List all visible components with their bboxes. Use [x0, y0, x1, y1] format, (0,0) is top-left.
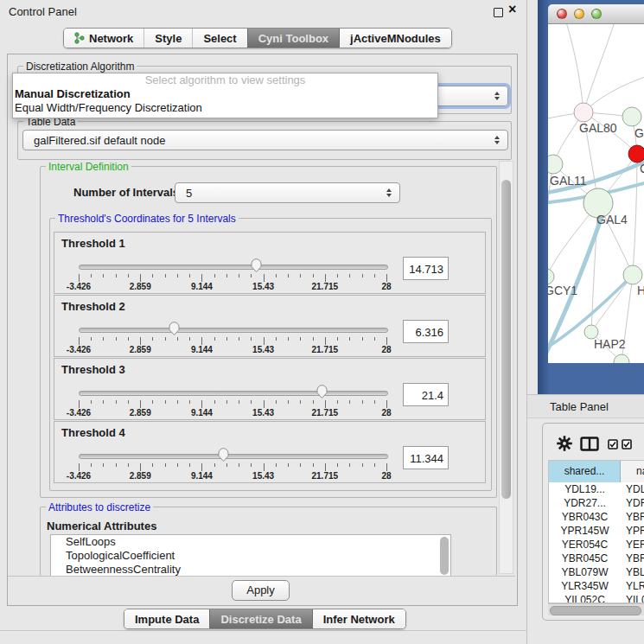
number-of-intervals-combo[interactable]: 5: [175, 182, 400, 203]
checkbox-icon[interactable]: [622, 439, 632, 450]
tab-label: Select: [203, 32, 236, 45]
slider-tick: [226, 400, 227, 404]
table-row[interactable]: YPR145WYPR1: [549, 524, 644, 538]
network-node-label: GAL4: [596, 213, 628, 226]
cell-shared-name: YDL19...: [549, 482, 621, 496]
table-data-combo[interactable]: galFiltered.sif default node: [22, 130, 508, 150]
close-icon[interactable]: ×: [508, 2, 516, 17]
dropdown-hint: Select algorithm to view settings: [13, 73, 437, 87]
slider-tick: [91, 337, 92, 341]
slider-tick: [140, 463, 141, 471]
slider-handle[interactable]: [168, 321, 181, 336]
slider-tick: [288, 463, 289, 467]
cell-shared-name: YBL079W: [549, 565, 621, 579]
slider-track[interactable]: [79, 328, 388, 333]
table-row[interactable]: YBR045CYBR0: [549, 552, 644, 565]
table-data-combo-value: galFiltered.sif default node: [34, 134, 165, 147]
slider-handle[interactable]: [250, 258, 263, 273]
gear-icon[interactable]: [557, 436, 572, 451]
network-node[interactable]: [622, 107, 641, 126]
network-node[interactable]: [548, 155, 563, 174]
column-header-shared[interactable]: shared...: [549, 461, 621, 482]
threshold-panel-4: Threshold 4-3.4262.8599.14415.4321.71528…: [54, 421, 486, 483]
slider-tick: [276, 274, 277, 277]
network-node[interactable]: [574, 103, 593, 122]
slider-track[interactable]: [79, 454, 388, 459]
number-of-intervals-label: Number of Intervals: [73, 186, 179, 199]
slider-tick-label: 21.715: [312, 345, 339, 354]
slider-tick: [152, 463, 153, 467]
slider-tick: [103, 400, 104, 404]
tab-cyni-toolbox[interactable]: Cyni Toolbox: [247, 29, 339, 48]
settings-vertical-scrollbar-thumb[interactable]: [501, 180, 511, 499]
table-row[interactable]: YER054CYER0: [549, 538, 644, 552]
attribute-item-betweennesscentrality[interactable]: BetweennessCentrality: [51, 563, 450, 577]
slider-track[interactable]: [79, 391, 388, 396]
table-row[interactable]: YDL19...YDL1: [549, 482, 644, 496]
split-columns-icon[interactable]: [580, 437, 599, 451]
slider-tick: [226, 337, 227, 341]
close-traffic-light-icon[interactable]: [557, 9, 567, 19]
zoom-traffic-light-icon[interactable]: [591, 9, 602, 19]
table-row[interactable]: YDR27...YDR2: [549, 496, 644, 510]
slider-tick: [214, 400, 215, 404]
control-panel-title: Control Panel: [9, 5, 77, 18]
attribute-item-topologicalcoefficient[interactable]: TopologicalCoefficient: [51, 549, 450, 563]
slider-tick: [226, 274, 227, 277]
tab-style[interactable]: Style: [143, 29, 192, 48]
network-node[interactable]: [614, 354, 629, 363]
slider-handle[interactable]: [316, 384, 328, 399]
tab-discretize-data[interactable]: Discretize Data: [209, 609, 311, 628]
table-row[interactable]: YLR345WYLR3: [549, 579, 644, 593]
combo-stepper-icon: [386, 188, 392, 197]
network-node[interactable]: [548, 269, 554, 284]
tab-select[interactable]: Select: [192, 29, 246, 48]
slider-tick: [288, 337, 289, 341]
dropdown-option-equal-width-frequency-discretization[interactable]: Equal Width/Frequency Discretization: [13, 101, 437, 115]
slider-tick: [276, 400, 277, 404]
group-title: Threshold's Coordinates for 5 Intervals: [55, 213, 239, 225]
tab-jactivemnodules[interactable]: jActiveMNodules: [339, 29, 451, 48]
slider-tick: [103, 274, 104, 277]
table-row[interactable]: YBR043CYBR0: [549, 510, 644, 524]
slider-tick: [177, 337, 178, 341]
table-row[interactable]: YIL052CYIL0: [549, 593, 644, 603]
tab-network[interactable]: Network: [64, 29, 143, 48]
slider-handle[interactable]: [217, 447, 230, 462]
network-node[interactable]: [623, 265, 642, 284]
table-row[interactable]: YBL079WYBL0: [549, 565, 644, 579]
slider-tick: [313, 274, 314, 277]
attribute-item-selfloops[interactable]: SelfLoops: [51, 535, 450, 549]
column-header-na[interactable]: na: [621, 461, 644, 482]
slider-tick: [239, 463, 239, 467]
slider-tick: [116, 463, 117, 467]
list-scrollbar-thumb[interactable]: [440, 537, 449, 575]
table-rows: YDL19...YDL1YDR27...YDR2YBR043CYBR0YPR14…: [549, 482, 644, 603]
dropdown-option-manual-discretization[interactable]: Manual Discretization: [13, 87, 437, 101]
slider-tick: [288, 274, 289, 277]
slider-tick: [165, 463, 166, 467]
minimize-traffic-light-icon[interactable]: [574, 9, 584, 19]
float-window-icon[interactable]: [494, 8, 503, 17]
tab-infer-network[interactable]: Infer Network: [312, 609, 405, 628]
slider-tick: [374, 463, 375, 467]
table-header-row: shared...na: [549, 461, 644, 482]
slider-tick: [386, 400, 387, 408]
slider-tick-label: 9.144: [191, 408, 213, 418]
tab-impute-data[interactable]: Impute Data: [124, 609, 209, 628]
cell-shared-name: YBR043C: [549, 510, 621, 524]
table-horizontal-scrollbar[interactable]: [548, 603, 644, 615]
table-horizontal-scrollbar-thumb[interactable]: [550, 606, 641, 615]
threshold-value-field[interactable]: 14.713: [403, 257, 449, 280]
network-node[interactable]: [628, 145, 644, 163]
threshold-value-field[interactable]: 21.4: [403, 383, 449, 406]
threshold-value-field[interactable]: 11.344: [403, 446, 449, 469]
slider-track[interactable]: [79, 265, 388, 270]
numerical-attributes-list[interactable]: SelfLoopsTopologicalCoefficientBetweenne…: [50, 534, 451, 577]
slider-tick: [140, 337, 141, 345]
network-canvas[interactable]: GAL80GACGAL11GAL4GCY1HHAP2: [548, 24, 644, 363]
threshold-value-field[interactable]: 6.316: [403, 320, 449, 343]
network-window-titlebar[interactable]: [548, 4, 644, 24]
checkbox-icon[interactable]: [608, 439, 618, 450]
apply-button[interactable]: Apply: [232, 580, 290, 601]
